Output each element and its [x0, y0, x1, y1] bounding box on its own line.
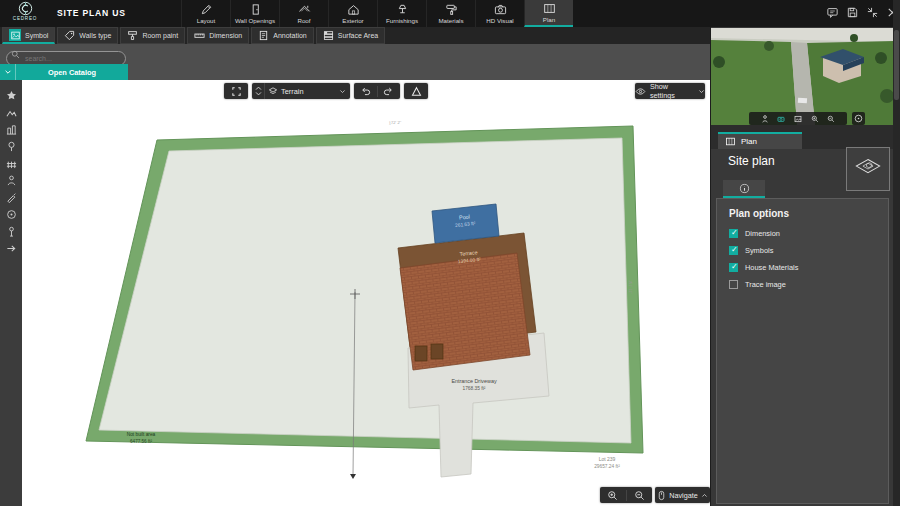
tab-layout[interactable]: Layout — [181, 0, 230, 27]
eye-icon — [635, 86, 646, 97]
3d-preview-viewport[interactable] — [711, 28, 894, 125]
north-indicator-button[interactable] — [404, 83, 428, 99]
fit-view-icon — [231, 86, 242, 97]
undo-button[interactable] — [354, 86, 378, 97]
lot-label: Lot 239 — [599, 456, 616, 462]
zoom-in-icon — [607, 490, 618, 501]
tool-tab-bar: Symbol Walls type Room paint Dimension A… — [0, 27, 710, 44]
chevron-down-icon — [339, 88, 346, 95]
favorites-star-icon[interactable] — [6, 90, 17, 101]
target-icon[interactable] — [6, 209, 17, 220]
tree-icon[interactable] — [6, 141, 17, 152]
tab-hd-visual[interactable]: HD Visual — [475, 0, 524, 27]
chevron-down-icon — [698, 88, 705, 95]
not-built-label: Not built area — [127, 432, 156, 437]
site-plan-drawing[interactable]: Pool 261.63 ft² Terrace 1394.00 ft² Entr… — [22, 80, 710, 506]
level-stepper[interactable] — [252, 83, 265, 99]
plan-canvas[interactable]: Pool 261.63 ft² Terrace 1394.00 ft² Entr… — [22, 80, 710, 506]
scrollbar-thumb[interactable] — [894, 30, 899, 100]
tool-tab-room-paint[interactable]: Room paint — [120, 27, 185, 44]
pool-label: Pool — [459, 213, 470, 220]
north-triangle-icon — [411, 86, 422, 97]
save-icon[interactable] — [846, 6, 859, 19]
plan-type-button[interactable] — [846, 147, 890, 191]
fit-view-button[interactable] — [224, 83, 248, 99]
catalog-category-strip — [0, 80, 22, 506]
zoom-controls — [600, 487, 652, 503]
house-materials-checkbox[interactable] — [729, 263, 738, 272]
info-icon — [739, 183, 750, 194]
roof-icon — [298, 3, 311, 16]
orbit-icon — [854, 114, 863, 123]
fence-icon[interactable] — [6, 158, 17, 169]
orbit-button[interactable] — [852, 112, 865, 125]
tab-plan[interactable]: Plan — [524, 0, 573, 27]
level-name: Terrain — [281, 87, 336, 96]
zoom-in-button[interactable] — [600, 490, 627, 501]
tag-icon — [64, 30, 75, 41]
option-dimension[interactable]: Dimension — [729, 227, 780, 239]
person-icon[interactable] — [6, 175, 17, 186]
camera-view-icon[interactable] — [777, 115, 785, 123]
info-tab[interactable] — [723, 180, 765, 198]
redo-icon — [383, 86, 394, 97]
collapse-icon[interactable] — [866, 6, 879, 19]
panel-tab-row: Plan — [711, 125, 894, 149]
cedreo-logo-icon — [18, 1, 33, 16]
street-lamp-icon[interactable] — [6, 226, 17, 237]
dimension-right: 151' 11'' — [628, 280, 633, 294]
redo-button[interactable] — [378, 86, 401, 97]
navigate-button[interactable]: Navigate — [655, 487, 710, 503]
chimney — [415, 346, 427, 361]
option-house-materials[interactable]: House Materials — [729, 261, 798, 273]
tab-wall-openings[interactable]: Wall Openings — [230, 0, 279, 27]
layers-grid-icon — [323, 30, 334, 41]
feedback-icon[interactable] — [826, 6, 839, 19]
undo-icon — [360, 86, 371, 97]
dimension-checkbox[interactable] — [729, 229, 738, 238]
pen-tool-icon[interactable] — [6, 192, 17, 203]
isometric-plan-icon — [852, 153, 884, 185]
option-symbols[interactable]: Symbols — [729, 244, 773, 256]
window-scrollbar[interactable] — [893, 0, 900, 506]
app-window: CEDREO SITE PLAN US Layout Wall Openings… — [0, 0, 900, 506]
tool-tab-surface-area[interactable]: Surface Area — [316, 27, 385, 44]
window-controls — [826, 6, 899, 19]
panel-title: Site plan — [728, 154, 775, 168]
walkthrough-person-icon[interactable] — [761, 115, 769, 123]
preview-zoom-out-icon[interactable] — [827, 115, 835, 123]
level-selector[interactable]: Terrain — [252, 83, 350, 99]
paint-roller-icon — [445, 3, 458, 16]
tab-exterior[interactable]: Exterior — [328, 0, 377, 27]
chevron-up-icon — [701, 492, 708, 499]
tool-tab-dimension[interactable]: Dimension — [187, 27, 249, 44]
tab-roof[interactable]: Roof — [279, 0, 328, 27]
option-trace-image[interactable]: Trace image — [729, 278, 786, 290]
note-icon — [258, 30, 269, 41]
zoom-out-button[interactable] — [627, 490, 653, 501]
not-built-area: 6477.56 ft² — [130, 439, 152, 444]
lot-area: 29657.24 ft² — [594, 464, 620, 469]
image-view-icon[interactable] — [794, 115, 802, 123]
trace-image-checkbox[interactable] — [729, 280, 738, 289]
mouse-icon — [657, 490, 666, 501]
plan-options-card: Plan options Dimension Symbols House Mat… — [716, 198, 889, 504]
project-title: SITE PLAN US — [57, 0, 126, 27]
buildings-icon[interactable] — [6, 124, 17, 135]
tool-tab-symbol[interactable]: Symbol — [2, 27, 55, 44]
open-catalog-button[interactable]: Open Catalog — [0, 64, 128, 80]
tool-tab-annotation[interactable]: Annotation — [251, 27, 313, 44]
tab-furnishings[interactable]: Furnishings — [377, 0, 426, 27]
canvas-toolbar: Terrain — [224, 83, 428, 99]
chimney — [431, 344, 443, 359]
show-settings-button[interactable]: Show settings — [635, 83, 705, 99]
arrow-right-icon[interactable] — [6, 243, 17, 254]
dimension-top: 172' 2'' — [389, 120, 402, 125]
panel-tab-plan[interactable]: Plan — [718, 132, 802, 149]
symbols-checkbox[interactable] — [729, 246, 738, 255]
terrain-mountain-icon[interactable] — [6, 107, 17, 118]
line-end-anchor — [350, 474, 356, 479]
tool-tab-walls-type[interactable]: Walls type — [57, 27, 118, 44]
preview-zoom-in-icon[interactable] — [811, 115, 819, 123]
tab-materials[interactable]: Materials — [426, 0, 475, 27]
